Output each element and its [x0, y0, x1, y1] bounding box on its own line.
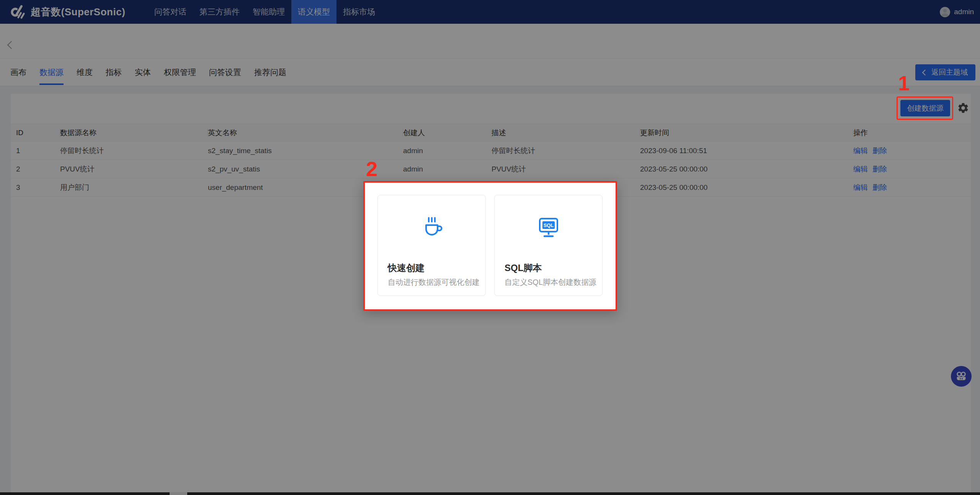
app-page: 超音数(SuperSonic) 问答对话 第三方插件 智能助理 语义模型 指标市… — [0, 0, 980, 495]
annotation-step-1: 1 — [898, 73, 910, 93]
create-datasource-popup: 快速创建 自动进行数据源可视化创建 SQL SQL脚本 自定义SQL脚本创建数据… — [363, 181, 617, 311]
quick-create-subtitle: 自动进行数据源可视化创建 — [388, 277, 480, 288]
annotation-box-create-button — [897, 96, 953, 120]
sql-icon-label: SQL — [543, 222, 554, 228]
sql-monitor-icon: SQL — [537, 217, 560, 241]
sql-script-card[interactable]: SQL SQL脚本 自定义SQL脚本创建数据源 — [494, 195, 603, 296]
quick-create-card[interactable]: 快速创建 自动进行数据源可视化创建 — [377, 195, 486, 296]
sql-script-title: SQL脚本 — [505, 262, 542, 274]
sql-script-subtitle: 自定义SQL脚本创建数据源 — [505, 277, 596, 288]
annotation-step-2: 2 — [366, 158, 377, 179]
coffee-cup-icon — [421, 217, 443, 241]
quick-create-title: 快速创建 — [388, 262, 425, 274]
